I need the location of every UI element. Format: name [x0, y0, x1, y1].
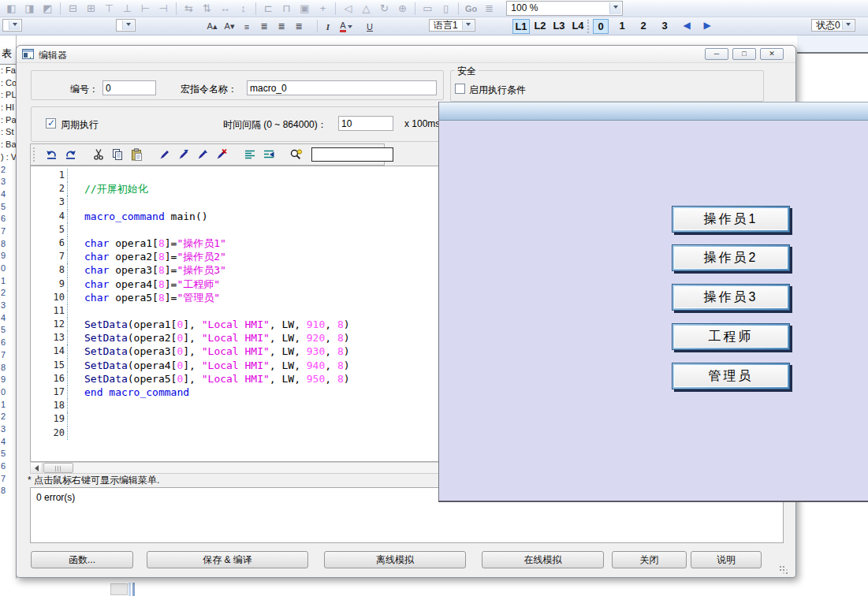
panel-item[interactable]: 3	[0, 300, 16, 312]
distribute-v-icon[interactable]: ⇅	[198, 1, 216, 16]
operator-2-button[interactable]: 操作员2	[672, 244, 790, 271]
admin-button[interactable]: 管理员	[672, 363, 790, 389]
panel-item[interactable]: : Ba	[0, 139, 16, 151]
periodic-checkbox[interactable]	[46, 118, 56, 129]
offline-sim-button[interactable]: 离线模拟	[324, 551, 466, 568]
compress-icon[interactable]: ≣	[480, 1, 498, 16]
underline-icon[interactable]: U	[361, 19, 378, 34]
panel-item[interactable]: 4	[0, 188, 16, 201]
panel-item[interactable]: 0	[0, 263, 16, 275]
panel-item[interactable]: 5	[0, 324, 16, 337]
object-frame-select[interactable]	[116, 19, 136, 32]
macro-name-input[interactable]	[247, 80, 437, 95]
goto-line-icon[interactable]	[261, 147, 277, 162]
state-select[interactable]: 状态0	[811, 19, 855, 32]
same-size-icon[interactable]: ▣	[296, 1, 314, 16]
panel-item[interactable]: 6	[0, 337, 16, 349]
space-across-icon[interactable]: ↔	[216, 1, 234, 16]
chevron-down-icon[interactable]	[122, 20, 134, 30]
panel-item[interactable]: 7	[0, 349, 16, 362]
panel-item[interactable]: : St	[0, 126, 16, 139]
layer-tab-l2[interactable]: L2	[531, 19, 549, 34]
state-tab-2[interactable]: 2	[635, 19, 651, 34]
panel-item[interactable]: ) : V	[0, 151, 16, 164]
titlebar-close-button[interactable]: ✕	[760, 48, 784, 60]
panel-item[interactable]: 2	[0, 287, 16, 300]
panel-item[interactable]: 5	[0, 201, 16, 214]
ungroup-icon[interactable]: ▯	[437, 1, 455, 16]
panel-item[interactable]: 0	[0, 386, 16, 399]
panel-item[interactable]: : Fa	[0, 65, 16, 77]
object-shape-select[interactable]	[2, 19, 22, 32]
state-tab-0[interactable]: 0	[593, 19, 609, 34]
panel-item[interactable]: 3	[0, 423, 16, 436]
nudge-icon[interactable]: +	[314, 1, 332, 16]
panel-item[interactable]: 3	[0, 176, 16, 188]
operator-1-button[interactable]: 操作员1	[672, 206, 790, 233]
same-width-icon[interactable]: ⊏	[259, 1, 278, 16]
go-button[interactable]: Go	[465, 4, 477, 13]
align-text-right-icon[interactable]: ≣	[290, 19, 307, 34]
state-tab-1[interactable]: 1	[614, 19, 630, 34]
titlebar-maximize-button[interactable]: □	[732, 48, 756, 60]
layer-tab-l4[interactable]: L4	[569, 19, 587, 34]
space-down-icon[interactable]: ↕	[234, 1, 252, 16]
panel-item[interactable]: 9	[0, 374, 16, 386]
language-select[interactable]: 语言1	[429, 19, 475, 32]
clear-bookmarks-icon[interactable]	[214, 147, 229, 162]
align-top-icon[interactable]: ⊤	[100, 1, 118, 16]
scroll-left-icon[interactable]	[31, 463, 43, 473]
close-button[interactable]: 关闭	[612, 551, 687, 568]
panel-item[interactable]: 1	[0, 399, 16, 412]
h-scrollbar-fragment[interactable]	[110, 583, 128, 595]
next-bookmark-icon[interactable]	[176, 147, 192, 162]
dialog-titlebar[interactable]: 编辑器 ─□✕	[17, 46, 795, 63]
align-text-left-icon[interactable]: ≣	[255, 19, 273, 34]
pin-icon[interactable]: ⊕	[393, 1, 412, 16]
cut-icon[interactable]	[91, 147, 106, 162]
font-smaller-icon[interactable]: A▾	[221, 19, 238, 34]
panel-item[interactable]: 2	[0, 411, 16, 423]
interval-input[interactable]	[338, 116, 393, 131]
save-compile-button[interactable]: 保存 & 编译	[147, 551, 308, 568]
prev-bookmark-icon[interactable]	[195, 147, 210, 162]
state-tab-3[interactable]: 3	[657, 19, 672, 34]
redo-icon[interactable]	[62, 147, 78, 162]
online-sim-button[interactable]: 在线模拟	[482, 551, 604, 568]
resize-grip[interactable]	[780, 566, 781, 568]
toolbar-grip[interactable]	[33, 147, 35, 162]
next-state-icon[interactable]: ▶	[700, 20, 714, 31]
undo-icon[interactable]	[43, 147, 59, 162]
rotate-icon[interactable]: ↻	[375, 1, 393, 16]
panel-item[interactable]: : Co	[0, 77, 16, 90]
panel-item[interactable]: 8	[0, 362, 16, 374]
chevron-down-icon[interactable]	[609, 2, 621, 14]
italic-icon[interactable]: I	[319, 19, 337, 34]
panel-tab[interactable]: 表	[0, 47, 16, 65]
group-icon[interactable]: ▭	[419, 1, 437, 16]
titlebar-minimize-button[interactable]: ─	[705, 48, 728, 60]
align-right-icon[interactable]: ⊣	[155, 1, 173, 16]
panel-item[interactable]: 9	[0, 250, 16, 263]
panel-item[interactable]: 6	[0, 460, 16, 473]
macro-id-input[interactable]	[102, 80, 156, 95]
font-color-icon[interactable]: A	[337, 19, 355, 34]
zoom-level-select[interactable]: 100 %	[506, 1, 623, 16]
prev-state-icon[interactable]: ◀	[680, 20, 694, 31]
panel-item[interactable]: : HI	[0, 102, 16, 114]
send-back-icon[interactable]: ◧	[2, 1, 20, 16]
align-vcenter-icon[interactable]: ⊟	[64, 1, 82, 16]
engineer-button[interactable]: 工程师	[672, 323, 790, 350]
panel-item[interactable]: 5	[0, 448, 16, 460]
find-icon[interactable]	[288, 147, 304, 162]
panel-item[interactable]: : PL	[0, 89, 16, 102]
select-lines-icon[interactable]	[242, 147, 258, 162]
panel-item[interactable]: 4	[0, 436, 16, 449]
align-hcenter-icon[interactable]: ⊞	[82, 1, 100, 16]
chevron-down-icon[interactable]	[842, 20, 854, 30]
bring-front-icon[interactable]: ◨	[20, 1, 39, 16]
panel-item[interactable]: 4	[0, 312, 16, 325]
layer-tab-l3[interactable]: L3	[550, 19, 568, 34]
paste-icon[interactable]	[129, 147, 144, 162]
operator-3-button[interactable]: 操作员3	[672, 284, 790, 311]
